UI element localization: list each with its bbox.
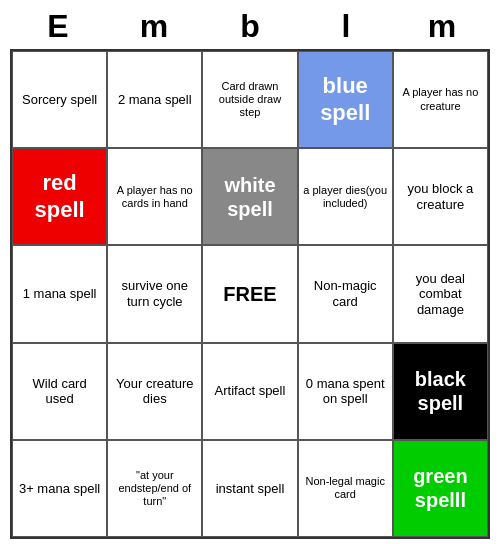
cell-r1-c3[interactable]: a player dies(you included) — [298, 148, 393, 245]
cell-r4-c2[interactable]: instant spell — [202, 440, 297, 537]
cell-r2-c3[interactable]: Non-magic card — [298, 245, 393, 342]
cell-r4-c4[interactable]: green spelll — [393, 440, 488, 537]
cell-r2-c2[interactable]: FREE — [202, 245, 297, 342]
cell-r1-c4[interactable]: you block a creature — [393, 148, 488, 245]
cell-r3-c3[interactable]: 0 mana spent on spell — [298, 343, 393, 440]
cell-r3-c1[interactable]: Your creature dies — [107, 343, 202, 440]
cell-r0-c1[interactable]: 2 mana spell — [107, 51, 202, 148]
cell-r3-c0[interactable]: Wild card used — [12, 343, 107, 440]
title-letter-b: b — [206, 8, 294, 45]
title-letter-m1: m — [110, 8, 198, 45]
bingo-grid: Sorcery spell2 mana spellCard drawn outs… — [10, 49, 490, 539]
cell-r2-c1[interactable]: survive one turn cycle — [107, 245, 202, 342]
title-letter-m2: m — [398, 8, 486, 45]
cell-r0-c2[interactable]: Card drawn outside draw step — [202, 51, 297, 148]
cell-r2-c4[interactable]: you deal combat damage — [393, 245, 488, 342]
cell-r2-c0[interactable]: 1 mana spell — [12, 245, 107, 342]
cell-r0-c3[interactable]: blue spell — [298, 51, 393, 148]
cell-r4-c1[interactable]: "at your endstep/end of turn" — [107, 440, 202, 537]
bingo-title: E m b l m — [10, 0, 490, 49]
cell-r0-c4[interactable]: A player has no creature — [393, 51, 488, 148]
cell-r1-c1[interactable]: A player has no cards in hand — [107, 148, 202, 245]
cell-r3-c4[interactable]: black spell — [393, 343, 488, 440]
cell-r4-c3[interactable]: Non-legal magic card — [298, 440, 393, 537]
cell-r1-c0[interactable]: red spell — [12, 148, 107, 245]
cell-r1-c2[interactable]: white spell — [202, 148, 297, 245]
cell-r0-c0[interactable]: Sorcery spell — [12, 51, 107, 148]
cell-r4-c0[interactable]: 3+ mana spell — [12, 440, 107, 537]
title-letter-l: l — [302, 8, 390, 45]
title-letter-e: E — [14, 8, 102, 45]
cell-r3-c2[interactable]: Artifact spell — [202, 343, 297, 440]
